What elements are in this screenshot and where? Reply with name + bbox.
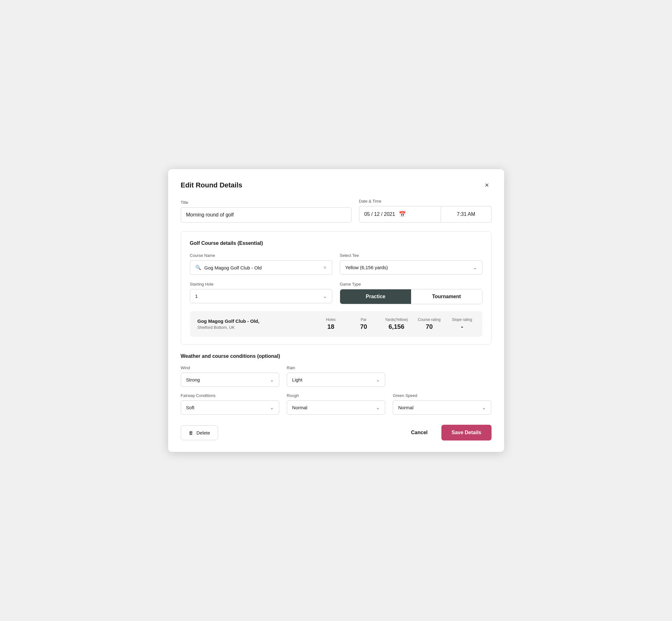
yards-label: Yards(Yellow) <box>385 318 408 322</box>
fairway-rough-green-row: Fairway Conditions Soft ⌄ Rough Normal ⌄… <box>181 393 492 415</box>
course-name-input[interactable]: 🔍 Gog Magog Golf Club - Old ✕ <box>190 260 333 275</box>
slope-rating-label: Slope rating <box>452 318 472 322</box>
wind-label: Wind <box>181 365 279 370</box>
green-speed-dropdown[interactable]: Normal ⌄ <box>393 401 491 415</box>
wind-dropdown[interactable]: Strong ⌄ <box>181 373 279 387</box>
green-speed-group: Green Speed Normal ⌄ <box>393 393 491 415</box>
time-value: 7:31 AM <box>457 211 475 217</box>
rain-dropdown[interactable]: Light ⌄ <box>287 373 385 387</box>
select-tee-group: Select Tee Yellow (6,156 yards) ⌄ <box>340 253 482 275</box>
game-type-toggle: Practice Tournament <box>340 289 482 304</box>
date-input[interactable]: 05 / 12 / 2021 📅 <box>359 206 441 222</box>
green-speed-value: Normal <box>398 405 413 410</box>
title-input[interactable] <box>181 207 351 222</box>
rough-value: Normal <box>292 405 307 410</box>
datetime-label: Date & Time <box>359 199 492 204</box>
wind-group: Wind Strong ⌄ <box>181 365 279 387</box>
course-rating-value: 70 <box>426 323 432 330</box>
slope-rating-value: - <box>461 323 463 330</box>
calendar-icon: 📅 <box>399 211 406 218</box>
rain-value: Light <box>292 377 302 382</box>
course-info-card: Gog Magog Golf Club - Old, Shelford Bott… <box>190 311 482 337</box>
rough-label: Rough <box>287 393 385 398</box>
starting-hole-value: 1 <box>195 293 198 299</box>
time-input[interactable]: 7:31 AM <box>441 206 492 222</box>
chevron-down-icon: ⌄ <box>473 265 477 270</box>
course-tee-row: Course Name 🔍 Gog Magog Golf Club - Old … <box>190 253 482 275</box>
fairway-dropdown[interactable]: Soft ⌄ <box>181 401 279 415</box>
wind-rain-row: Wind Strong ⌄ Rain Light ⌄ <box>181 365 492 387</box>
weather-title: Weather and course conditions (optional) <box>181 354 492 359</box>
par-value: 70 <box>360 323 367 330</box>
delete-label: Delete <box>197 430 210 436</box>
starting-hole-group: Starting Hole 1 ⌄ <box>190 282 333 304</box>
yards-value: 6,156 <box>388 323 404 330</box>
select-tee-label: Select Tee <box>340 253 482 258</box>
close-button[interactable]: × <box>482 180 492 190</box>
course-full-name: Gog Magog Golf Club - Old, <box>198 318 311 324</box>
course-name-label: Course Name <box>190 253 333 258</box>
chevron-down-icon-fairway: ⌄ <box>270 405 274 410</box>
fairway-group: Fairway Conditions Soft ⌄ <box>181 393 279 415</box>
game-type-label: Game Type <box>340 282 482 287</box>
starting-hole-label: Starting Hole <box>190 282 333 287</box>
tournament-button[interactable]: Tournament <box>411 289 482 304</box>
rough-dropdown[interactable]: Normal ⌄ <box>287 401 385 415</box>
select-tee-value: Yellow (6,156 yards) <box>345 265 388 270</box>
search-icon: 🔍 <box>195 265 201 271</box>
practice-button[interactable]: Practice <box>340 289 411 304</box>
fairway-value: Soft <box>186 405 195 410</box>
title-field: Title <box>181 200 351 222</box>
course-name-value: Gog Magog Golf Club - Old <box>204 265 320 271</box>
chevron-down-icon-rough: ⌄ <box>376 405 380 410</box>
green-speed-label: Green Speed <box>393 393 491 398</box>
wind-value: Strong <box>186 377 200 382</box>
chevron-down-icon-rain: ⌄ <box>376 377 380 382</box>
stat-yards: Yards(Yellow) 6,156 <box>384 318 409 330</box>
delete-button[interactable]: 🗑 Delete <box>181 425 218 440</box>
weather-section: Weather and course conditions (optional)… <box>181 354 492 415</box>
datetime-inputs: 05 / 12 / 2021 📅 7:31 AM <box>359 206 492 222</box>
modal-title: Edit Round Details <box>181 181 243 189</box>
footer-row: 🗑 Delete Cancel Save Details <box>181 425 492 441</box>
course-name-group: Course Name 🔍 Gog Magog Golf Club - Old … <box>190 253 333 275</box>
trash-icon: 🗑 <box>189 430 194 436</box>
title-label: Title <box>181 200 351 205</box>
cancel-button[interactable]: Cancel <box>405 425 434 440</box>
edit-round-modal: Edit Round Details × Title Date & Time 0… <box>168 169 504 452</box>
date-value: 05 / 12 / 2021 <box>365 211 395 217</box>
course-name-info: Gog Magog Golf Club - Old, Shelford Bott… <box>198 318 311 330</box>
stat-holes: Holes 18 <box>318 318 344 330</box>
chevron-down-icon-wind: ⌄ <box>270 377 274 382</box>
top-row: Title Date & Time 05 / 12 / 2021 📅 7:31 … <box>181 199 492 222</box>
rough-group: Rough Normal ⌄ <box>287 393 385 415</box>
stat-slope-rating: Slope rating - <box>450 318 475 330</box>
rain-label: Rain <box>287 365 385 370</box>
par-label: Par <box>361 318 367 322</box>
holes-value: 18 <box>327 323 334 330</box>
save-button[interactable]: Save Details <box>442 425 491 441</box>
clear-icon[interactable]: ✕ <box>323 265 327 270</box>
fairway-label: Fairway Conditions <box>181 393 279 398</box>
stat-par: Par 70 <box>351 318 376 330</box>
datetime-group: Date & Time 05 / 12 / 2021 📅 7:31 AM <box>359 199 492 222</box>
starting-hole-dropdown[interactable]: 1 ⌄ <box>190 289 333 303</box>
holes-label: Holes <box>326 318 336 322</box>
stat-course-rating: Course rating 70 <box>417 318 442 330</box>
modal-header: Edit Round Details × <box>181 180 492 190</box>
game-type-group: Game Type Practice Tournament <box>340 282 482 304</box>
hole-gametype-row: Starting Hole 1 ⌄ Game Type Practice Tou… <box>190 282 482 304</box>
chevron-down-icon-green: ⌄ <box>482 405 486 410</box>
course-rating-label: Course rating <box>418 318 440 322</box>
course-location: Shelford Bottom, UK <box>198 325 311 330</box>
golf-course-title: Golf Course details (Essential) <box>190 241 482 246</box>
rain-group: Rain Light ⌄ <box>287 365 385 387</box>
select-tee-dropdown[interactable]: Yellow (6,156 yards) ⌄ <box>340 260 482 275</box>
footer-right: Cancel Save Details <box>405 425 492 441</box>
golf-course-section: Golf Course details (Essential) Course N… <box>181 231 492 344</box>
chevron-down-icon-2: ⌄ <box>323 294 327 299</box>
